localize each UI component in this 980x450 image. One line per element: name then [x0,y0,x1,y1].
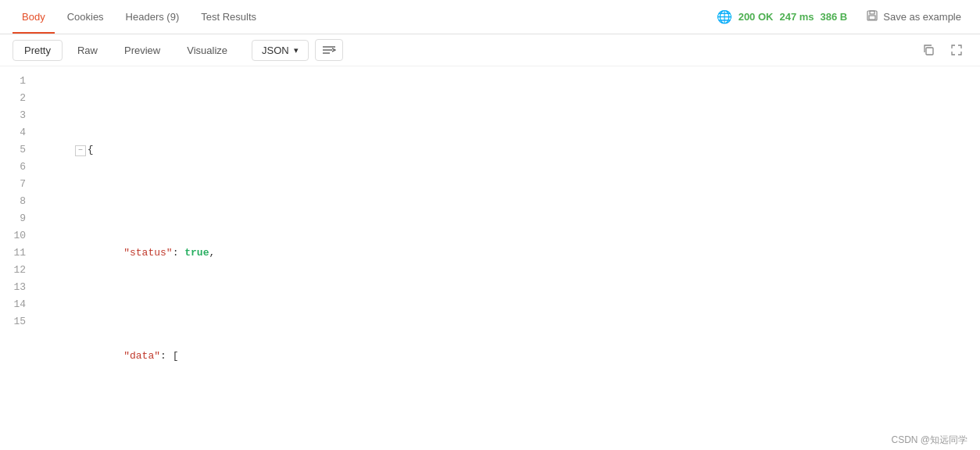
line-num-12: 12 [6,262,26,279]
line-num-8: 8 [6,193,26,210]
format-preview[interactable]: Preview [113,40,172,61]
response-time: 247 ms [779,11,814,23]
line-num-11: 11 [6,245,26,262]
tab-test-results[interactable]: Test Results [191,0,266,34]
format-raw[interactable]: Raw [66,40,109,61]
copy-button[interactable] [917,39,939,61]
format-pretty[interactable]: Pretty [13,40,63,61]
globe-icon: 🌐 [717,9,732,24]
line-num-6: 6 [6,159,26,176]
toolbar-actions [917,39,967,61]
footer-text: CSDN @知远同学 [891,434,967,445]
line-num-1: 1 [6,73,26,90]
json-content: −{ "status": true, "data": [ −{ "name": … [35,66,980,450]
save-as-example-button[interactable]: Save as example [860,6,967,27]
line-num-2: 2 [6,90,26,107]
fullscreen-button[interactable] [946,39,967,61]
svg-rect-1 [870,11,874,14]
json-dropdown-label: JSON [262,45,289,56]
footer: CSDN @知远同学 [878,430,980,450]
line-num-9: 9 [6,210,26,227]
format-visualize[interactable]: Visualize [175,40,239,61]
save-icon [866,9,878,24]
line-numbers: 1 2 3 4 5 6 7 8 9 10 11 12 13 14 15 [0,66,35,450]
status-area: 🌐 200 OK 247 ms 386 B Save as example [717,6,967,27]
top-tabs-bar: Body Cookies Headers (9) Test Results 🌐 … [0,0,980,34]
line-num-5: 5 [6,141,26,159]
line-num-4: 4 [6,124,26,141]
chevron-down-icon: ▾ [294,45,299,55]
code-line-1: −{ [35,124,980,176]
response-body: 1 2 3 4 5 6 7 8 9 10 11 12 13 14 15 −{ "… [0,66,980,450]
response-status: 🌐 200 OK 247 ms 386 B [717,9,848,24]
line-num-3: 3 [6,107,26,124]
format-toolbar: Pretty Raw Preview Visualize JSON ▾ [0,34,980,66]
code-line-2: "status": true, [35,227,980,279]
json-format-dropdown[interactable]: JSON ▾ [252,40,309,61]
line-num-14: 14 [6,296,26,313]
code-line-3: "data": [ [35,330,980,382]
response-tabs: Body Cookies Headers (9) Test Results [13,0,266,34]
collapse-icon-1[interactable]: − [75,145,86,156]
status-code: 200 OK [739,11,774,23]
line-num-15: 15 [6,313,26,330]
svg-rect-6 [926,48,933,55]
format-options: Pretty Raw Preview Visualize JSON ▾ [13,39,343,61]
line-num-10: 10 [6,227,26,245]
tab-body[interactable]: Body [13,0,55,34]
tab-headers[interactable]: Headers (9) [116,0,189,34]
svg-rect-2 [869,16,875,20]
save-example-label: Save as example [883,11,961,23]
word-wrap-button[interactable] [315,39,343,61]
line-num-13: 13 [6,279,26,296]
response-size: 386 B [821,11,848,23]
line-num-7: 7 [6,176,26,193]
code-line-4: −{ [35,434,980,450]
tab-cookies[interactable]: Cookies [58,0,113,34]
